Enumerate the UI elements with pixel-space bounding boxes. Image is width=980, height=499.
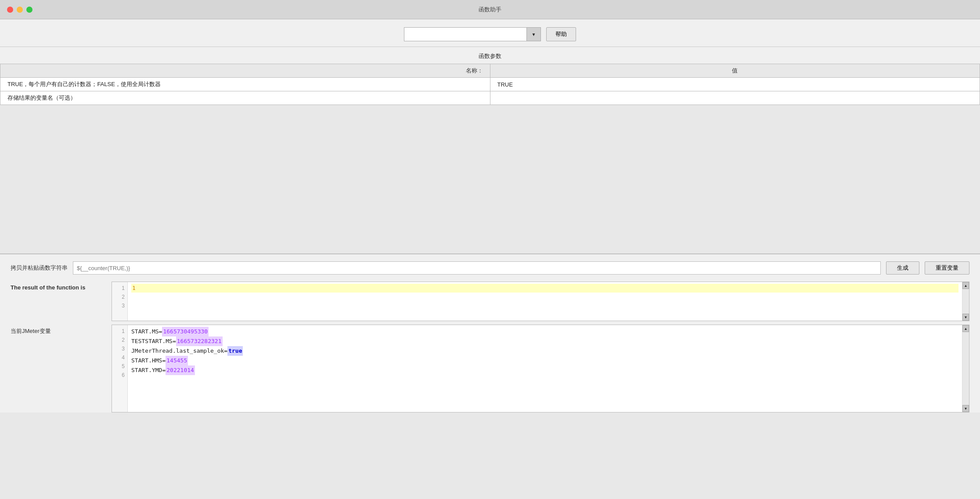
list-item: JMeterThread.last_sample_ok=true — [131, 346, 958, 356]
vars-scrollbar-up-icon[interactable]: ▲ — [962, 325, 969, 332]
reset-button[interactable]: 重置变量 — [925, 261, 969, 275]
generate-button[interactable]: 生成 — [886, 261, 919, 275]
title-bar: 函数助手 — [0, 0, 980, 19]
main-content: counter ▼ 帮助 函数参数 名称： 值 TRUE，每个用户有自己的计数器… — [0, 19, 980, 412]
close-button[interactable] — [7, 7, 13, 13]
list-item: START.HMS=145455 — [131, 356, 958, 365]
gutter-line: 3 — [112, 301, 125, 310]
gutter-line: 1 — [112, 327, 125, 336]
result-content[interactable]: 1 — [128, 282, 962, 321]
var-name-part: TESTSTART.MS= — [131, 336, 176, 346]
list-item: START.YMD=20221014 — [131, 365, 958, 375]
result-line: 1 — [131, 284, 958, 293]
copy-string-label: 拷贝并粘贴函数字符串 — [11, 264, 68, 272]
params-title: 函数参数 — [0, 47, 980, 64]
result-scrollbar[interactable]: ▲ ▼ — [962, 282, 969, 321]
spacer-divider — [0, 105, 980, 254]
params-section: 函数参数 名称： 值 TRUE，每个用户有自己的计数器；FALSE，使用全局计数… — [0, 47, 980, 105]
variables-editor: 123456 START.MS=1665730495330TESTSTART.M… — [112, 325, 969, 412]
function-select-input[interactable]: counter — [404, 27, 527, 41]
var-value-part: 1665732282321 — [176, 336, 223, 346]
gutter-line: 3 — [112, 344, 125, 353]
copy-string-input[interactable] — [73, 261, 881, 275]
result-gutter: 123 — [112, 282, 128, 321]
dropdown-arrow-icon[interactable]: ▼ — [527, 27, 541, 41]
gutter-line: 5 — [112, 362, 125, 371]
param-name-cell: TRUE，每个用户有自己的计数器；FALSE，使用全局计数器 — [0, 78, 490, 91]
vars-gutter: 123456 — [112, 325, 128, 412]
vars-scrollbar[interactable]: ▲ ▼ — [962, 325, 969, 412]
list-item: START.MS=1665730495330 — [131, 327, 958, 336]
col-header-value: 值 — [490, 64, 980, 78]
var-value-part: 20221014 — [166, 365, 195, 375]
params-table: 名称： 值 TRUE，每个用户有自己的计数器；FALSE，使用全局计数器TRUE… — [0, 64, 980, 105]
vars-scrollbar-down-icon[interactable]: ▼ — [962, 405, 969, 412]
gutter-line: 2 — [112, 293, 125, 301]
bottom-panel: 拷贝并粘贴函数字符串 生成 重置变量 The result of the fun… — [0, 254, 980, 412]
minimize-button[interactable] — [17, 7, 23, 13]
table-row: 存储结果的变量名（可选） — [0, 91, 980, 105]
var-name-part: JMeterThread.last_sample_ok= — [131, 346, 227, 356]
param-value-cell[interactable] — [490, 91, 980, 105]
help-button[interactable]: 帮助 — [546, 27, 576, 41]
function-selector-row: counter ▼ 帮助 — [0, 19, 980, 47]
var-name-part: START.MS= — [131, 327, 162, 336]
gutter-line: 1 — [112, 284, 125, 293]
var-value-part: 145455 — [166, 356, 188, 365]
table-row: TRUE，每个用户有自己的计数器；FALSE，使用全局计数器TRUE — [0, 78, 980, 91]
gutter-line: 4 — [112, 353, 125, 362]
var-name-part: START.YMD= — [131, 365, 166, 375]
variables-row: 当前JMeter变量 123456 START.MS=1665730495330… — [0, 325, 980, 412]
gutter-line: 6 — [112, 371, 125, 380]
window-controls[interactable] — [7, 7, 32, 13]
result-label: The result of the function is — [11, 282, 112, 291]
window-title: 函数助手 — [479, 6, 501, 14]
var-value-part: 1665730495330 — [162, 327, 209, 336]
param-name-cell: 存储结果的变量名（可选） — [0, 91, 490, 105]
scrollbar-down-icon[interactable]: ▼ — [962, 314, 969, 321]
result-row: The result of the function is 123 1 ▲ ▼ — [0, 282, 980, 321]
scrollbar-up-icon[interactable]: ▲ — [962, 282, 969, 289]
variables-label: 当前JMeter变量 — [11, 325, 112, 335]
var-name-part: START.HMS= — [131, 356, 166, 365]
copy-string-row: 拷贝并粘贴函数字符串 生成 重置变量 — [0, 254, 980, 282]
maximize-button[interactable] — [26, 7, 32, 13]
list-item: TESTSTART.MS=1665732282321 — [131, 336, 958, 346]
function-select-wrapper: counter ▼ — [404, 27, 541, 41]
param-value-cell[interactable]: TRUE — [490, 78, 980, 91]
gutter-line: 2 — [112, 336, 125, 344]
result-editor: 123 1 ▲ ▼ — [112, 282, 969, 321]
var-value-part: true — [227, 346, 243, 356]
col-header-name: 名称： — [0, 64, 490, 78]
vars-content[interactable]: START.MS=1665730495330TESTSTART.MS=16657… — [128, 325, 962, 412]
